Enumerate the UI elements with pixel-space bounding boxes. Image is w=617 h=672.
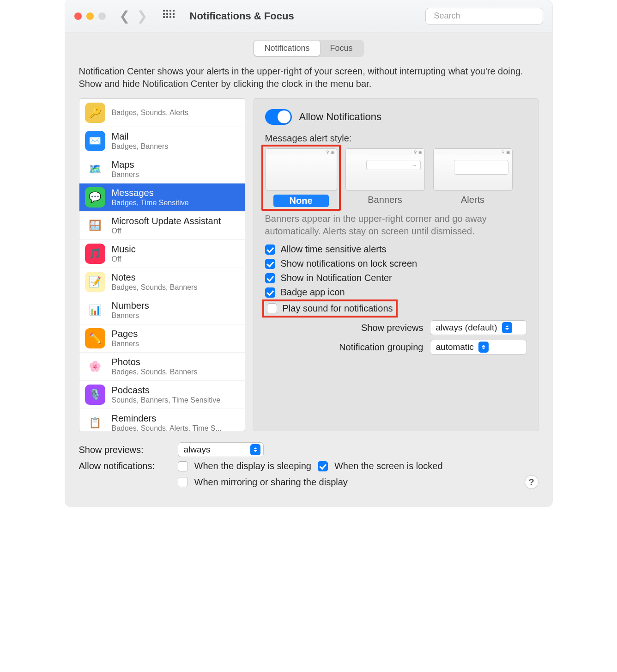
alert-style-none[interactable]: ⚲▣ None bbox=[261, 145, 341, 211]
titlebar: ❮ ❯ Notifications & Focus bbox=[65, 0, 552, 32]
page-title: Notifications & Focus bbox=[190, 10, 294, 22]
app-name: Pages bbox=[112, 329, 139, 339]
app-sub: Badges, Sounds, Banners bbox=[112, 283, 198, 292]
check-time-sensitive[interactable] bbox=[265, 244, 275, 255]
footer-allow-label: Allow notifications: bbox=[79, 461, 171, 471]
app-name: Music bbox=[112, 244, 136, 255]
show-previews-select[interactable]: always (default) bbox=[430, 320, 527, 335]
app-name: Photos bbox=[112, 357, 198, 367]
allow-notifications-switch[interactable] bbox=[265, 109, 292, 125]
app-icon: 📊 bbox=[85, 300, 105, 320]
app-sub: Badges, Sounds, Alerts bbox=[112, 109, 188, 117]
footer-previews-select[interactable]: always bbox=[178, 442, 264, 457]
minimize-icon[interactable] bbox=[86, 12, 94, 20]
app-sub: Banners bbox=[112, 312, 149, 320]
select-arrows-icon bbox=[478, 342, 489, 353]
app-name: Notes bbox=[112, 272, 198, 283]
notification-grouping-label: Notification grouping bbox=[339, 342, 423, 353]
check-badge-icon[interactable] bbox=[265, 287, 275, 298]
app-icon: 🔑 bbox=[85, 103, 105, 123]
notification-grouping-select[interactable]: automatic bbox=[430, 340, 527, 354]
app-row-notes[interactable]: 📝NotesBadges, Sounds, Banners bbox=[79, 268, 245, 296]
check-display-sleeping[interactable] bbox=[178, 461, 188, 471]
app-name: Mail bbox=[112, 131, 169, 142]
preferences-window: ❮ ❯ Notifications & Focus Notifications … bbox=[65, 0, 552, 507]
alert-style-alerts[interactable]: ⚲▣ Alerts bbox=[433, 148, 513, 207]
check-screen-locked[interactable] bbox=[318, 461, 328, 471]
show-all-icon[interactable] bbox=[163, 10, 176, 23]
app-sub: Banners bbox=[112, 171, 139, 179]
alert-style-hint: Banners appear in the upper-right corner… bbox=[265, 213, 527, 238]
back-button[interactable]: ❮ bbox=[118, 8, 132, 24]
alert-style-label: Messages alert style: bbox=[265, 133, 527, 144]
app-icon: ✉️ bbox=[85, 131, 105, 151]
app-icon: 📋 bbox=[85, 413, 105, 431]
app-row-music[interactable]: 🎵MusicOff bbox=[79, 240, 245, 268]
app-name: Podcasts bbox=[112, 385, 221, 396]
app-row-numbers[interactable]: 📊NumbersBanners bbox=[79, 296, 245, 324]
app-row-podcasts[interactable]: 🎙️PodcastsSounds, Banners, Time Sensitiv… bbox=[79, 381, 245, 409]
app-name: Reminders bbox=[112, 413, 222, 424]
app-icon: 🪟 bbox=[85, 215, 105, 236]
app-row-item[interactable]: 🔑Badges, Sounds, Alerts bbox=[79, 99, 245, 127]
allow-notifications-label: Allow Notifications bbox=[299, 111, 382, 123]
app-sub: Banners bbox=[112, 340, 139, 348]
zoom-icon bbox=[98, 12, 106, 20]
app-sub: Badges, Time Sensitive bbox=[112, 199, 189, 207]
tab-segmented: Notifications Focus bbox=[253, 40, 363, 57]
app-sub: Off bbox=[112, 255, 136, 263]
tab-focus[interactable]: Focus bbox=[320, 41, 363, 56]
app-row-pages[interactable]: ✏️PagesBanners bbox=[79, 324, 245, 353]
app-sub: Badges, Banners bbox=[112, 142, 169, 151]
app-icon: 🗺️ bbox=[85, 159, 105, 179]
show-previews-label: Show previews bbox=[361, 323, 423, 333]
check-play-sound[interactable] bbox=[267, 303, 277, 313]
check-notification-center[interactable] bbox=[265, 273, 275, 283]
help-button[interactable]: ? bbox=[525, 475, 538, 489]
tab-notifications[interactable]: Notifications bbox=[254, 41, 320, 56]
app-icon: 🎵 bbox=[85, 244, 105, 264]
app-row-messages[interactable]: 💬MessagesBadges, Time Sensitive bbox=[79, 183, 245, 212]
app-name: Maps bbox=[112, 159, 139, 170]
app-icon: 💬 bbox=[85, 187, 105, 208]
app-name: Numbers bbox=[112, 300, 149, 311]
app-sub: Badges, Sounds, Banners bbox=[112, 368, 198, 376]
app-row-mail[interactable]: ✉️MailBadges, Banners bbox=[79, 127, 245, 155]
app-row-photos[interactable]: 🌸PhotosBadges, Sounds, Banners bbox=[79, 353, 245, 381]
app-name: Microsoft Update Assistant bbox=[112, 216, 221, 226]
footer-previews-label: Show previews: bbox=[79, 445, 171, 455]
app-row-microsoft-update-assistant[interactable]: 🪟Microsoft Update AssistantOff bbox=[79, 212, 245, 240]
alert-style-banners[interactable]: ⚲▣→ Banners bbox=[345, 148, 425, 207]
app-sub: Sounds, Banners, Time Sensitive bbox=[112, 396, 221, 404]
apps-list[interactable]: 🔑Badges, Sounds, Alerts✉️MailBadges, Ban… bbox=[79, 98, 245, 431]
close-icon[interactable] bbox=[74, 12, 82, 20]
select-arrows-icon bbox=[250, 444, 260, 455]
app-sub: Off bbox=[112, 227, 221, 235]
app-icon: 🎙️ bbox=[85, 385, 105, 405]
app-icon: 📝 bbox=[85, 272, 105, 292]
app-row-maps[interactable]: 🗺️MapsBanners bbox=[79, 155, 245, 183]
check-mirroring[interactable] bbox=[178, 477, 188, 487]
app-icon: 🌸 bbox=[85, 356, 105, 377]
intro-text: Notification Center shows your alerts in… bbox=[79, 61, 538, 98]
app-icon: ✏️ bbox=[85, 328, 105, 348]
search-field[interactable] bbox=[434, 11, 541, 21]
select-arrows-icon bbox=[502, 322, 512, 333]
window-controls bbox=[74, 12, 106, 20]
app-detail-panel: Allow Notifications Messages alert style… bbox=[254, 98, 538, 431]
app-name: Messages bbox=[112, 188, 189, 198]
app-sub: Badges, Sounds, Alerts, Time S... bbox=[112, 424, 222, 431]
check-lock-screen[interactable] bbox=[265, 259, 275, 269]
forward-button: ❯ bbox=[135, 8, 149, 24]
app-row-reminders[interactable]: 📋RemindersBadges, Sounds, Alerts, Time S… bbox=[79, 409, 245, 431]
search-input[interactable] bbox=[425, 8, 543, 24]
